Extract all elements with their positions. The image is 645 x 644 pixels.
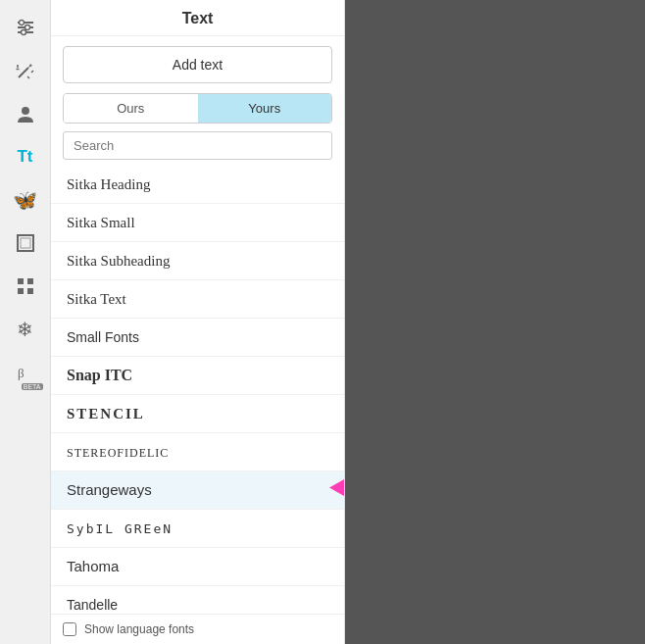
- svg-rect-13: [18, 235, 33, 251]
- font-item-sitka-small[interactable]: Sitka Small: [51, 204, 344, 242]
- font-panel: Text Add text Ours Yours Sitka HeadingSi…: [51, 0, 345, 644]
- add-text-button[interactable]: Add text: [63, 46, 332, 83]
- canvas-area: [345, 0, 645, 644]
- font-item-tahoma[interactable]: Tahoma: [51, 548, 344, 586]
- font-item-sitka-subheading[interactable]: Sitka Subheading: [51, 242, 344, 280]
- tab-yours[interactable]: Yours: [198, 94, 332, 123]
- arrow-indicator: [329, 467, 344, 515]
- font-item-small-fonts[interactable]: Small Fonts: [51, 319, 344, 357]
- svg-rect-17: [18, 288, 24, 294]
- beta-icon[interactable]: β BETA: [6, 353, 45, 392]
- avatar-icon[interactable]: [6, 94, 45, 133]
- font-item-tandelle[interactable]: Tandelle: [51, 586, 344, 614]
- panel-footer: Show language fonts: [51, 614, 344, 644]
- svg-text:β: β: [18, 366, 25, 380]
- svg-rect-18: [27, 288, 33, 294]
- snowflake-icon[interactable]: ❄: [6, 310, 45, 349]
- search-input[interactable]: [63, 131, 332, 160]
- svg-rect-16: [27, 278, 33, 284]
- font-list[interactable]: Sitka HeadingSitka SmallSitka Subheading…: [51, 166, 344, 614]
- font-item-stereofidelic[interactable]: SteREoFidELic: [51, 433, 344, 471]
- svg-marker-20: [329, 471, 344, 505]
- svg-line-6: [19, 68, 28, 77]
- svg-rect-14: [21, 238, 30, 248]
- svg-marker-7: [28, 64, 32, 68]
- sliders-icon[interactable]: [6, 8, 45, 47]
- show-language-fonts-checkbox[interactable]: [63, 622, 76, 636]
- grid-icon[interactable]: [6, 267, 45, 306]
- beta-label: BETA: [22, 383, 43, 390]
- svg-point-12: [22, 107, 29, 115]
- svg-point-4: [25, 25, 29, 30]
- svg-point-3: [19, 21, 24, 25]
- tab-row: Ours Yours: [63, 93, 332, 124]
- magic-wand-icon[interactable]: [6, 51, 45, 90]
- tab-ours[interactable]: Ours: [64, 94, 198, 123]
- font-item-stencil[interactable]: STENCIL: [51, 395, 344, 433]
- font-item-sitka-heading[interactable]: Sitka Heading: [51, 166, 344, 204]
- font-item-strangeways[interactable]: Strangeways: [51, 471, 344, 510]
- svg-line-9: [27, 76, 29, 78]
- panel-title: Text: [51, 0, 344, 36]
- frame-icon[interactable]: [6, 223, 45, 263]
- font-item-sitka-text[interactable]: Sitka Text: [51, 280, 344, 319]
- footer-label: Show language fonts: [84, 622, 194, 636]
- butterfly-icon[interactable]: 🦋: [6, 180, 45, 220]
- font-item-sybil-green[interactable]: SybIL GREeN: [51, 510, 344, 548]
- font-item-snap-itc[interactable]: Snap ITC: [51, 357, 344, 395]
- svg-point-5: [21, 30, 25, 35]
- svg-rect-15: [18, 278, 24, 284]
- svg-line-8: [31, 71, 33, 73]
- text-icon[interactable]: Tt: [6, 137, 45, 176]
- icon-sidebar: Tt 🦋 ❄ β BETA: [0, 0, 51, 644]
